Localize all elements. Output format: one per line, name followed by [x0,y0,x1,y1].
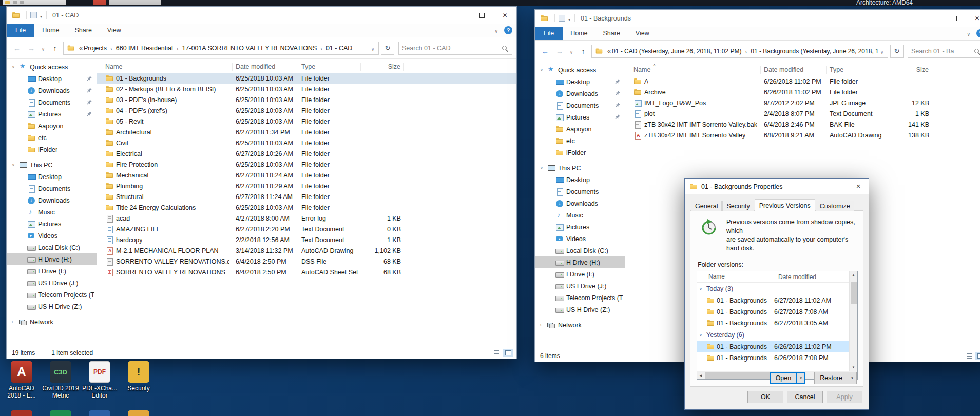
qat-customize-arrow-icon[interactable] [568,14,571,23]
version-row[interactable]: 01 - Backgrounds 6/27/2018 3:05 AM [697,318,849,329]
sidebar-item[interactable]: iFolder [535,147,625,159]
maximize-icon[interactable] [470,7,493,24]
sidebar-item[interactable]: H Drive (H:) [535,256,625,268]
sidebar-item[interactable]: Local Disk (C:) [535,245,625,256]
column-header-type[interactable]: Type [827,66,889,74]
scrollbar-thumb[interactable] [851,282,857,304]
refresh-icon[interactable] [381,42,394,55]
breadcrumb-overflow-chevron[interactable]: « [607,48,611,55]
column-header-date-modified[interactable]: Date modified [774,273,816,281]
sidebar-item[interactable]: ∨ This PC [7,159,97,171]
sidebar-item[interactable]: US I Drive (J:) [535,280,625,292]
qat-customize-arrow-icon[interactable] [40,11,43,20]
scroll-up-icon[interactable] [850,271,857,279]
version-row[interactable]: 01 - Backgrounds 6/26/2018 11:02 PM [697,341,849,352]
file-row[interactable]: acad 4/27/2018 8:00 AM Error log 1 KB [97,213,516,224]
version-row[interactable]: ∨ Yesterday (6) [697,329,849,341]
desktop-icon[interactable]: C3D Civil 3D 2019Metric [42,361,79,399]
back-icon[interactable] [11,44,23,52]
breadcrumb-overflow-chevron[interactable]: « [79,45,83,52]
breadcrumb-item[interactable]: 01 - CAD (Yesterday, June 26, 2018, 11:0… [612,48,742,55]
sidebar-item[interactable]: Documents [7,183,97,194]
expand-chevron-icon[interactable]: ∨ [540,166,547,170]
file-row[interactable]: Plumbing 6/27/2018 10:29 AM File folder [97,181,516,191]
breadcrumb-separator-icon[interactable] [320,44,322,53]
title-bar[interactable]: 01 - CAD [7,7,516,24]
tab-home[interactable]: Home [563,27,595,40]
version-row[interactable]: ∨ Today (3) [697,283,849,295]
tab-share[interactable]: Share [595,27,628,40]
file-row[interactable]: Mechanical 6/27/2018 10:24 AM File folde… [97,170,516,181]
breadcrumb-item[interactable]: 01 - Backgrounds (Yesterday, June 26, 20… [751,48,878,55]
address-bar[interactable]: « 01 - CAD (Yesterday, June 26, 2018, 11… [591,45,888,58]
file-row[interactable]: zTB 30x42 IMT IMT Sorrento Valley 6/8/20… [625,130,980,141]
expand-chevron-icon[interactable]: ∨ [12,65,19,69]
quick-access-toolbar-icon[interactable] [559,15,565,22]
column-header-name[interactable]: Name [102,63,233,71]
sidebar-item[interactable]: Downloads [7,85,97,96]
sidebar-item[interactable]: I Drive (I:) [535,268,625,280]
file-row[interactable]: 04 - PDF's (xref's) 6/25/2018 10:03 AM F… [97,105,516,116]
dialog-tab[interactable]: Security [722,201,754,211]
dialog-title-bar[interactable]: 01 - Backgrounds Properties [685,179,869,194]
help-icon[interactable] [976,29,980,37]
address-bar[interactable]: « Projects 660 IMT Residential 17-001A S… [63,42,379,55]
dialog-tab[interactable]: Customize [816,201,854,211]
version-row[interactable]: 01 - Backgrounds 6/26/2018 7:08 PM [697,352,849,364]
dialog-tab[interactable]: Previous Versions [755,199,815,212]
sidebar-item[interactable]: Desktop [7,73,97,85]
restore-dropdown-icon[interactable] [848,372,856,384]
minimize-icon[interactable] [919,10,943,27]
tab-file[interactable]: File [535,27,563,40]
expand-chevron-icon[interactable]: › [12,320,19,324]
open-dropdown-icon[interactable] [796,372,805,384]
ok-button[interactable]: OK [747,391,783,403]
file-row[interactable]: SORRENTO VALLEY RENOVATIONS.ds$ 6/4/2018… [97,256,516,267]
vertical-scrollbar[interactable] [849,271,857,371]
group-chevron-icon[interactable]: ∨ [699,333,706,338]
recent-locations-dropdown-icon[interactable] [40,44,47,52]
forward-icon[interactable] [25,44,37,52]
column-header-size[interactable]: Size [361,63,404,71]
address-dropdown-icon[interactable] [878,47,886,56]
column-header-date-modified[interactable]: Date modified [233,63,298,71]
forward-icon[interactable] [553,47,566,55]
tab-home[interactable]: Home [34,24,67,37]
sidebar-item[interactable]: Desktop [535,76,625,88]
title-bar[interactable]: 01 - Backgrounds [535,10,980,27]
expand-ribbon-icon[interactable] [967,29,970,38]
sidebar-item[interactable]: Pictures [7,218,97,230]
file-row[interactable]: Civil 6/25/2018 10:03 AM File folder [97,137,516,148]
desktop-icon-partial[interactable] [81,410,118,416]
sidebar-item[interactable]: ∨ This PC [535,162,625,174]
sidebar-item[interactable]: Videos [7,230,97,242]
back-icon[interactable] [539,47,551,55]
group-chevron-icon[interactable]: ∨ [699,287,706,291]
sidebar-item[interactable]: ∨ Quick access [535,64,625,76]
file-row[interactable]: Fire Protection 6/25/2018 10:03 AM File … [97,159,516,170]
expand-chevron-icon[interactable]: ∨ [540,68,547,72]
file-row[interactable]: 01 - Backgrounds 6/25/2018 10:03 AM File… [97,73,516,84]
sidebar-item[interactable]: Videos [535,233,625,245]
file-row[interactable]: plot 2/4/2018 8:07 PM Text Document 1 KB [625,108,980,119]
file-row[interactable]: Architectural 6/27/2018 1:34 PM File fol… [97,127,516,137]
sidebar-item[interactable]: I Drive (I:) [7,265,97,277]
sidebar-item[interactable]: Music [535,209,625,221]
help-icon[interactable] [504,26,512,34]
expand-chevron-icon[interactable]: ∨ [12,163,19,167]
breadcrumb-separator-icon[interactable] [110,44,112,53]
up-icon[interactable] [577,47,589,55]
sidebar-item[interactable]: › Network [7,316,97,328]
sidebar-item[interactable]: Local Disk (C:) [7,242,97,253]
sidebar-item[interactable]: Downloads [535,88,625,100]
sidebar-item[interactable]: Documents [535,186,625,197]
sidebar-item[interactable]: Telecom Projects (T [535,292,625,304]
open-button[interactable]: Open [770,372,806,384]
sidebar-item[interactable]: Downloads [535,197,625,209]
column-header-size[interactable]: Size [889,66,932,74]
refresh-icon[interactable] [890,45,904,58]
sidebar-item[interactable]: Documents [7,96,97,108]
apply-button[interactable]: Apply [827,391,862,403]
desktop-icon-partial[interactable] [42,410,79,416]
sidebar-item[interactable]: Pictures [535,221,625,233]
